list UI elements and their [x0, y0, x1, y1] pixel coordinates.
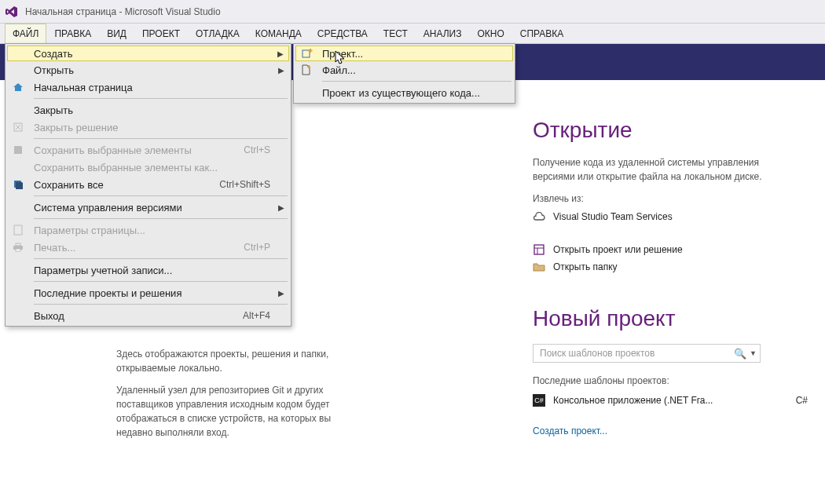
submenu-arrow-icon: ▶: [278, 289, 284, 298]
file-open[interactable]: Открыть ▶: [7, 61, 289, 79]
template-search[interactable]: Поиск шаблонов проектов 🔍 ▼: [533, 344, 761, 363]
csharp-icon: C#: [533, 394, 545, 407]
search-icon: 🔍: [734, 348, 746, 360]
file-account-params[interactable]: Параметры учетной записи...: [7, 261, 289, 279]
menubar: ФАЙЛ ПРАВКА ВИД ПРОЕКТ ОТЛАДКА КОМАНДА С…: [0, 24, 825, 44]
file-save-selected: Сохранить выбранные элементы Ctrl+S: [7, 141, 289, 159]
page-setup-icon: [7, 221, 29, 239]
file-recent[interactable]: Последние проекты и решения ▶: [7, 284, 289, 301]
svg-rect-4: [16, 243, 20, 246]
extract-label: Извлечь из:: [533, 192, 808, 206]
menu-test[interactable]: ТЕСТ: [376, 24, 416, 43]
open-folder-label: Открыть папку: [553, 261, 618, 272]
window-title: Начальная страница - Microsoft Visual St…: [25, 6, 221, 17]
file-save-all[interactable]: Сохранить все Ctrl+Shift+S: [7, 176, 289, 193]
open-desc: Получение кода из удаленной системы упра…: [533, 155, 792, 184]
open-folder[interactable]: Открыть папку: [533, 261, 808, 273]
menu-window[interactable]: ОКНО: [469, 24, 512, 43]
open-vsts[interactable]: Visual Studio Team Services: [533, 210, 808, 223]
blank-icon: [8, 46, 29, 60]
save-icon: [7, 141, 29, 159]
open-project-label: Открыть проект или решение: [553, 244, 683, 255]
file-exit[interactable]: Выход Alt+F4: [7, 307, 289, 324]
template-name: Консольное приложение (.NET Fra...: [553, 395, 713, 406]
menu-team[interactable]: КОМАНДА: [248, 24, 310, 43]
template-lang: C#: [796, 395, 808, 406]
vs-logo-icon: [5, 5, 19, 19]
newproject-heading: Новый проект: [533, 306, 808, 331]
recent-desc-2: Удаленный узел для репозиториев Git и др…: [116, 383, 368, 440]
create-from-existing[interactable]: Проект из существующего кода...: [295, 84, 513, 101]
new-file-icon: [295, 61, 317, 79]
titlebar: Начальная страница - Microsoft Visual St…: [0, 0, 825, 24]
menu-debug[interactable]: ОТЛАДКА: [188, 24, 248, 43]
svg-rect-0: [534, 245, 544, 254]
file-startpage[interactable]: Начальная страница: [7, 79, 289, 96]
menu-help[interactable]: СПРАВКА: [512, 24, 572, 43]
menu-tools[interactable]: СРЕДСТВА: [310, 24, 376, 43]
template-row[interactable]: C# Консольное приложение (.NET Fra... C#: [533, 394, 808, 407]
file-dropdown: Создать ▶ Открыть ▶ Начальная страница З…: [5, 43, 292, 327]
new-project-icon: [296, 46, 317, 60]
submenu-arrow-icon: ▶: [278, 66, 284, 75]
menu-edit[interactable]: ПРАВКА: [46, 24, 99, 43]
menu-analyze[interactable]: АНАЛИЗ: [416, 24, 470, 43]
svg-rect-5: [16, 249, 20, 251]
create-project[interactable]: Проект...: [295, 46, 513, 61]
template-search-placeholder: Поиск шаблонов проектов: [540, 348, 654, 359]
open-project[interactable]: Открыть проект или решение: [533, 243, 808, 256]
file-close-solution: Закрыть решение: [7, 119, 289, 136]
folder-icon: [533, 261, 545, 273]
dropdown-icon: ▼: [750, 349, 757, 357]
submenu-arrow-icon: ▶: [278, 203, 284, 212]
create-project-link[interactable]: Создать проект...: [533, 425, 808, 436]
solution-icon: [533, 243, 545, 256]
submenu-arrow-icon: ▶: [277, 49, 284, 58]
recent-templates-label: Последние шаблоны проектов:: [533, 374, 808, 388]
file-create[interactable]: Создать ▶: [7, 46, 289, 61]
file-page-params: Параметры страницы...: [7, 221, 289, 239]
svg-rect-2: [14, 225, 22, 235]
create-file[interactable]: Файл...: [295, 61, 513, 79]
menu-file[interactable]: ФАЙЛ: [5, 24, 46, 43]
menu-view[interactable]: ВИД: [99, 24, 134, 43]
file-save-selected-as: Сохранить выбранные элементы как...: [7, 159, 289, 176]
file-scm[interactable]: Система управления версиями ▶: [7, 199, 289, 216]
file-print: Печать... Ctrl+P: [7, 239, 289, 256]
recent-desc-1: Здесь отображаются проекты, решения и па…: [116, 347, 360, 375]
menu-project[interactable]: ПРОЕКТ: [134, 24, 188, 43]
file-close[interactable]: Закрыть: [7, 101, 289, 119]
close-solution-icon: [7, 119, 29, 136]
create-submenu: Проект... Файл... Проект из существующег…: [293, 43, 515, 104]
print-icon: [7, 239, 29, 256]
home-icon: [7, 79, 29, 96]
open-heading: Открытие: [533, 118, 808, 143]
cloud-icon: [533, 210, 545, 223]
save-all-icon: [7, 176, 29, 193]
open-vsts-label: Visual Studio Team Services: [553, 211, 673, 222]
